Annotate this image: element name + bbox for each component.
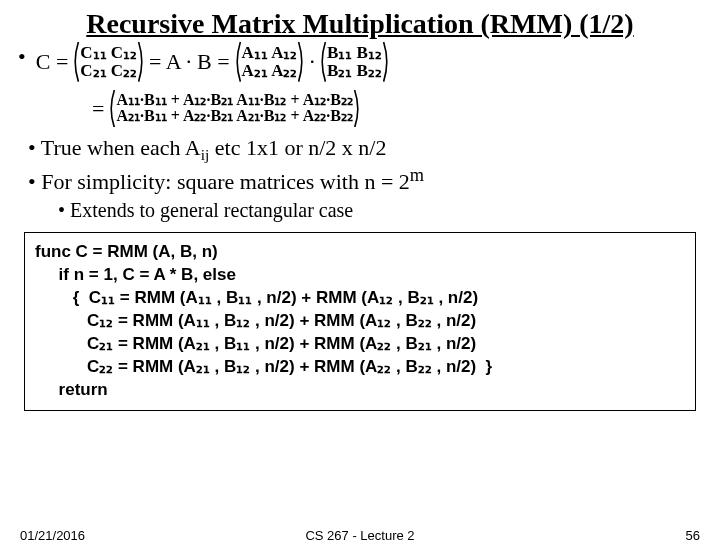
matrix-C: C₁₁ C₁₂ C₂₁ C₂₂ bbox=[72, 44, 145, 80]
matrix-A-row1: A₁₁ A₁₂ bbox=[242, 44, 298, 62]
bullet-true-when: True when each Aij etc 1x1 or n/2 x n/2 bbox=[28, 135, 702, 164]
code-line-2: if n = 1, C = A * B, else bbox=[35, 265, 236, 284]
paren-right-icon bbox=[353, 90, 361, 128]
matrix-C-row2: C₂₁ C₂₂ bbox=[80, 62, 137, 80]
eq-equals: = bbox=[88, 96, 108, 121]
code-line-5: C₂₁ = RMM (A₂₁ , B₁₁ , n/2) + RMM (A₂₂ ,… bbox=[35, 334, 476, 353]
paren-left-icon bbox=[72, 42, 80, 82]
matrix-A-row2: A₂₁ A₂₂ bbox=[242, 62, 298, 80]
matrix-A: A₁₁ A₁₂ A₂₁ A₂₂ bbox=[234, 44, 306, 80]
bullet-list: True when each Aij etc 1x1 or n/2 x n/2 … bbox=[18, 135, 702, 195]
formula-definition: • C = C₁₁ C₁₂ C₂₁ C₂₂ = A · B = A₁₁ A₁₂ … bbox=[18, 44, 702, 125]
code-line-4: C₁₂ = RMM (A₁₁ , B₁₂ , n/2) + RMM (A₁₂ ,… bbox=[35, 311, 476, 330]
paren-right-icon bbox=[297, 42, 305, 82]
eq-a-dot-b: = A · B = bbox=[145, 49, 233, 74]
code-line-7: return bbox=[35, 380, 108, 399]
paren-left-icon bbox=[319, 42, 327, 82]
pseudocode-box: func C = RMM (A, B, n) if n = 1, C = A *… bbox=[24, 232, 696, 411]
sub-bullet-list: Extends to general rectangular case bbox=[18, 199, 702, 222]
code-line-1: func C = RMM (A, B, n) bbox=[35, 242, 218, 261]
matrix-result-row1: A₁₁·B₁₁ + A₁₂·B₂₁ A₁₁·B₁₂ + A₁₂·B₂₂ bbox=[116, 92, 353, 109]
code-line-6: C₂₂ = RMM (A₂₁ , B₁₂ , n/2) + RMM (A₂₂ ,… bbox=[35, 357, 492, 376]
eq-dot: · bbox=[305, 49, 319, 74]
matrix-B-row1: B₁₁ B₁₂ bbox=[327, 44, 382, 62]
sub-bullet-extends: Extends to general rectangular case bbox=[58, 199, 702, 222]
matrix-B-row2: B₂₁ B₂₂ bbox=[327, 62, 382, 80]
footer-page-number: 56 bbox=[686, 528, 700, 540]
slide: Recursive Matrix Multiplication (RMM) (1… bbox=[0, 0, 720, 540]
code-line-3: { C₁₁ = RMM (A₁₁ , B₁₁ , n/2) + RMM (A₁₂… bbox=[35, 288, 478, 307]
paren-left-icon bbox=[234, 42, 242, 82]
footer-course: CS 267 - Lecture 2 bbox=[305, 528, 414, 540]
matrix-B: B₁₁ B₁₂ B₂₁ B₂₂ bbox=[319, 44, 390, 80]
slide-title: Recursive Matrix Multiplication (RMM) (1… bbox=[18, 8, 702, 40]
matrix-result-row2: A₂₁·B₁₁ + A₂₂·B₂₁ A₂₁·B₁₂ + A₂₂·B₂₂ bbox=[116, 108, 353, 125]
eq-c-equals: C = bbox=[32, 49, 73, 74]
matrix-result: A₁₁·B₁₁ + A₁₂·B₂₁ A₁₁·B₁₂ + A₁₂·B₂₂ A₂₁·… bbox=[108, 92, 361, 126]
paren-right-icon bbox=[137, 42, 145, 82]
paren-left-icon bbox=[108, 90, 116, 128]
matrix-C-row1: C₁₁ C₁₂ bbox=[80, 44, 137, 62]
footer-date: 01/21/2016 bbox=[20, 528, 85, 540]
bullet-simplicity: For simplicity: square matrices with n =… bbox=[28, 165, 702, 195]
formula-result: = A₁₁·B₁₁ + A₁₂·B₂₁ A₁₁·B₁₂ + A₁₂·B₂₂ A₂… bbox=[88, 92, 702, 126]
paren-right-icon bbox=[382, 42, 390, 82]
